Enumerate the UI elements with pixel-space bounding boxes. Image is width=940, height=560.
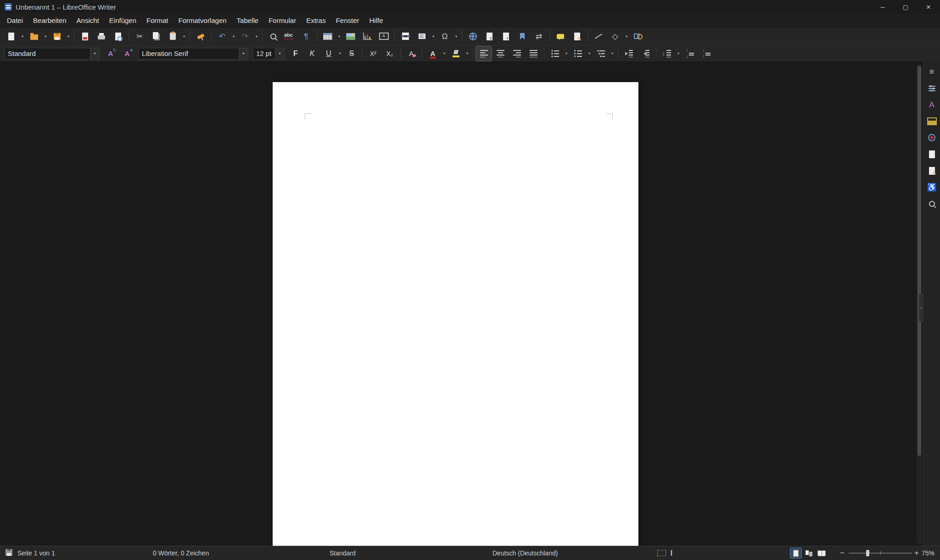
insert-field-button[interactable] xyxy=(414,29,430,44)
zoom-slider[interactable] xyxy=(849,553,912,554)
outline-list-button[interactable] xyxy=(593,46,609,61)
bold-button[interactable]: F xyxy=(288,46,303,61)
align-right-button[interactable] xyxy=(509,46,525,61)
insert-endnote-button[interactable] xyxy=(498,29,514,44)
menu-formatvorlagen[interactable]: Formatvorlagen xyxy=(173,15,232,26)
menu-tabelle[interactable]: Tabelle xyxy=(232,15,264,26)
strikethrough-button[interactable]: S xyxy=(344,46,359,61)
decrease-indent-button[interactable] xyxy=(638,46,653,61)
copy-button[interactable] xyxy=(148,29,164,44)
paste-dropdown[interactable]: ▾ xyxy=(181,29,187,44)
close-button[interactable]: ✕ xyxy=(917,0,940,14)
align-justified-button[interactable] xyxy=(526,46,541,61)
insert-special-character-dropdown[interactable]: ▾ xyxy=(453,29,459,44)
save-button[interactable] xyxy=(49,29,65,44)
save-dropdown[interactable]: ▾ xyxy=(65,29,72,44)
cut-button[interactable]: ✂ xyxy=(132,29,147,44)
print-button[interactable] xyxy=(94,29,109,44)
font-name-dropdown[interactable]: ▾ xyxy=(239,48,248,59)
subscript-button[interactable]: X₂ xyxy=(382,46,397,61)
insert-field-dropdown[interactable]: ▾ xyxy=(430,29,436,44)
line-spacing-button[interactable] xyxy=(659,46,675,61)
clear-direct-formatting-button[interactable]: A xyxy=(403,46,419,61)
styles-deck-button[interactable]: A xyxy=(925,97,939,112)
menu-fenster[interactable]: Fenster xyxy=(331,15,364,26)
selection-mode-status[interactable] xyxy=(657,550,666,556)
superscript-button[interactable]: X² xyxy=(365,46,381,61)
basic-shapes-button[interactable]: ◇ xyxy=(607,29,623,44)
new-document-button[interactable] xyxy=(3,29,19,44)
zoom-slider-thumb[interactable] xyxy=(866,550,869,556)
insert-chart-button[interactable] xyxy=(359,29,375,44)
menu-hilfe[interactable]: Hilfe xyxy=(364,15,388,26)
accessibility-check-deck-button[interactable]: ♿ xyxy=(925,180,939,194)
underline-button[interactable]: U xyxy=(321,46,336,61)
decrease-paragraph-spacing-button[interactable] xyxy=(699,46,714,61)
menu-format[interactable]: Format xyxy=(141,15,173,26)
align-left-button[interactable] xyxy=(476,46,492,61)
ordered-list-dropdown[interactable]: ▾ xyxy=(586,46,593,61)
unordered-list-button[interactable] xyxy=(547,46,563,61)
redo-button[interactable]: ↷ xyxy=(237,29,253,44)
formatting-marks-button[interactable]: ¶ xyxy=(298,29,314,44)
zoom-in-button[interactable]: + xyxy=(914,549,919,558)
italic-button[interactable]: K xyxy=(304,46,320,61)
font-size-dropdown[interactable]: ▾ xyxy=(275,48,284,59)
increase-paragraph-spacing-button[interactable] xyxy=(682,46,698,61)
sidebar-show-hide-handle[interactable]: › xyxy=(919,294,923,322)
insert-text-box-button[interactable] xyxy=(376,29,392,44)
outline-list-dropdown[interactable]: ▾ xyxy=(609,46,615,61)
gallery-deck-button[interactable] xyxy=(925,114,939,128)
single-page-view-button[interactable] xyxy=(790,548,801,558)
insert-table-button[interactable] xyxy=(320,29,336,44)
language-status[interactable]: Deutsch (Deutschland) xyxy=(492,549,558,557)
open-button[interactable] xyxy=(26,29,42,44)
zoom-out-button[interactable]: − xyxy=(840,549,845,558)
manage-changes-deck-button[interactable] xyxy=(925,163,939,178)
vertical-scrollbar-thumb[interactable] xyxy=(918,66,921,456)
insert-special-character-button[interactable]: Ω xyxy=(437,29,453,44)
insert-bookmark-button[interactable] xyxy=(515,29,530,44)
zoom-level-status[interactable]: 75% xyxy=(922,549,934,557)
spelling-button[interactable] xyxy=(282,29,297,44)
find-and-replace-button[interactable] xyxy=(265,29,281,44)
menu-formular[interactable]: Formular xyxy=(263,15,301,26)
undo-button[interactable]: ↶ xyxy=(214,29,230,44)
menu-extras[interactable]: Extras xyxy=(301,15,331,26)
ordered-list-button[interactable] xyxy=(570,46,586,61)
maximize-button[interactable]: ▢ xyxy=(894,0,917,14)
save-status-indicator[interactable] xyxy=(6,549,12,557)
paragraph-style-dropdown[interactable]: ▾ xyxy=(90,48,99,59)
multiple-page-view-button[interactable] xyxy=(803,548,814,558)
insert-image-button[interactable] xyxy=(343,29,358,44)
print-preview-button[interactable] xyxy=(110,29,126,44)
basic-shapes-dropdown[interactable]: ▾ xyxy=(623,29,630,44)
properties-deck-button[interactable] xyxy=(925,81,939,95)
export-as-pdf-button[interactable] xyxy=(77,29,93,44)
unordered-list-dropdown[interactable]: ▾ xyxy=(563,46,570,61)
menu-ansicht[interactable]: Ansicht xyxy=(72,15,104,26)
update-selected-style-button[interactable]: A xyxy=(103,46,118,61)
new-document-dropdown[interactable]: ▾ xyxy=(19,29,26,44)
minimize-button[interactable]: ─ xyxy=(871,0,894,14)
menu-einfgen[interactable]: Einfügen xyxy=(104,15,141,26)
font-size-combobox[interactable]: 12 pt ▾ xyxy=(252,48,285,60)
underline-dropdown[interactable]: ▾ xyxy=(337,46,343,61)
increase-indent-button[interactable] xyxy=(621,46,637,61)
align-center-button[interactable] xyxy=(492,46,508,61)
page-number-status[interactable]: Seite 1 von 1 xyxy=(17,549,55,557)
highlighting-color-dropdown[interactable]: ▾ xyxy=(464,46,470,61)
insert-footnote-button[interactable] xyxy=(481,29,497,44)
menu-datei[interactable]: Datei xyxy=(2,15,28,26)
font-color-dropdown[interactable]: ▾ xyxy=(441,46,448,61)
insert-comment-button[interactable] xyxy=(553,29,568,44)
style-inspector-deck-button[interactable] xyxy=(925,196,939,211)
insert-page-break-button[interactable] xyxy=(397,29,413,44)
navigator-deck-button[interactable] xyxy=(925,130,939,145)
menu-bearbeiten[interactable]: Bearbeiten xyxy=(28,15,72,26)
page-style-status[interactable]: Standard xyxy=(330,549,356,557)
font-color-button[interactable]: A xyxy=(425,46,441,61)
open-dropdown[interactable]: ▾ xyxy=(42,29,49,44)
insert-table-dropdown[interactable]: ▾ xyxy=(336,29,342,44)
insert-cross-reference-button[interactable]: ⇄ xyxy=(531,29,547,44)
